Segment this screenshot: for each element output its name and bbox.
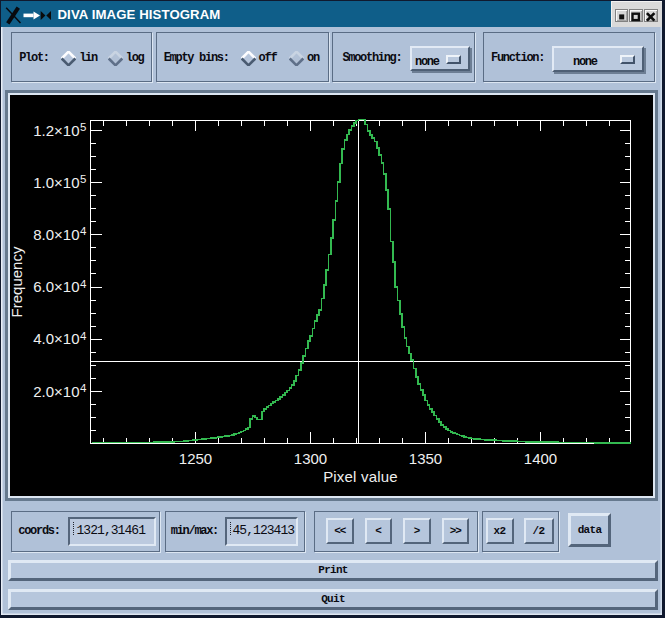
svg-text:8.0×10: 8.0×10 bbox=[33, 226, 79, 243]
svg-text:4.0×10: 4.0×10 bbox=[33, 330, 79, 347]
svg-text:4: 4 bbox=[80, 382, 87, 394]
svg-text:1250: 1250 bbox=[178, 450, 211, 467]
svg-text:6.0×10: 6.0×10 bbox=[33, 278, 79, 295]
svg-text:4: 4 bbox=[80, 278, 87, 290]
svg-text:1.0×10: 1.0×10 bbox=[33, 174, 79, 191]
svg-text:1400: 1400 bbox=[523, 450, 556, 467]
svg-text:2.0×10: 2.0×10 bbox=[33, 383, 79, 400]
svg-text:Frequency: Frequency bbox=[10, 246, 25, 317]
svg-text:Pixel value: Pixel value bbox=[323, 468, 398, 485]
svg-text:1350: 1350 bbox=[408, 450, 441, 467]
svg-text:4: 4 bbox=[80, 225, 87, 237]
svg-text:4: 4 bbox=[80, 330, 87, 342]
svg-text:1.2×10: 1.2×10 bbox=[33, 122, 79, 139]
svg-text:1300: 1300 bbox=[293, 450, 326, 467]
svg-text:5: 5 bbox=[80, 121, 86, 133]
svg-text:5: 5 bbox=[80, 173, 86, 185]
